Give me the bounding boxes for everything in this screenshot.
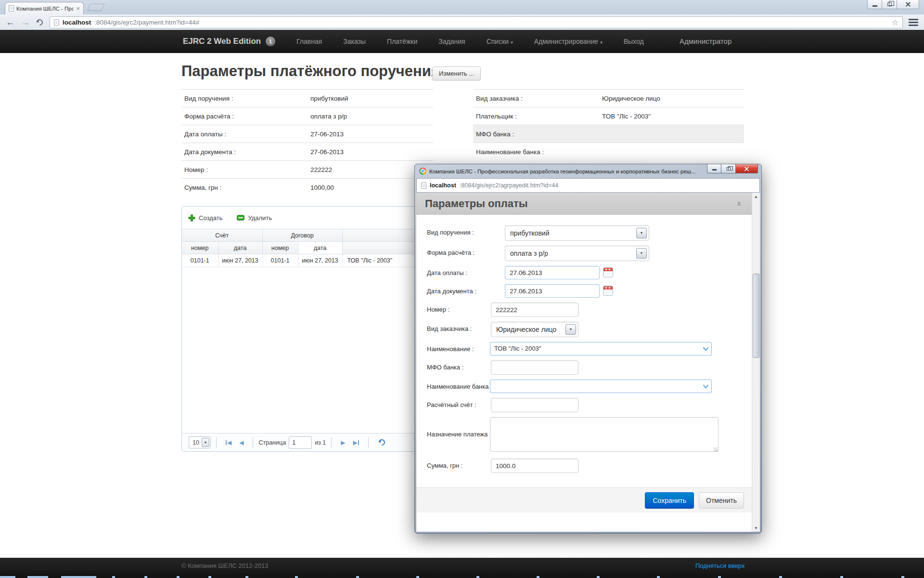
back-to-top-link[interactable]: Подняться вверх <box>695 558 744 574</box>
nomer-input[interactable] <box>491 302 578 317</box>
forward-icon[interactable]: → <box>21 18 30 26</box>
data-oplaty-input[interactable] <box>505 266 600 279</box>
field-data-oplaty: Дата оплаты : <box>427 266 752 279</box>
popup-restore-button[interactable] <box>721 164 736 173</box>
page-favicon-icon <box>9 5 14 12</box>
field-forma-rascheta: Форма расчёта : оплата з р/р ▼ <box>427 246 752 261</box>
dropdown-arrow-button[interactable]: ▼ <box>636 228 647 238</box>
popup-url-bar[interactable]: localhost :8084/gis/ejrc2/agrpayedit.htm… <box>416 178 760 193</box>
taskbar-window-edge <box>61 576 96 578</box>
nav-menu: Главная Заказы Платёжки Задания Списки▾ … <box>286 30 654 54</box>
taskbar-window-edge <box>597 576 600 578</box>
reload-icon[interactable] <box>35 18 44 26</box>
naznachenie-platezha-textarea[interactable] <box>490 417 719 452</box>
refresh-icon[interactable] <box>377 438 386 447</box>
modal-close-icon[interactable]: x <box>737 199 741 207</box>
url-path: :8084/gis/ejrc2/payment.htm?id=44# <box>94 19 888 26</box>
minimize-icon <box>712 169 717 171</box>
minus-icon <box>237 215 244 221</box>
dropdown-arrow-button[interactable]: ▼ <box>565 324 576 335</box>
column-header-data[interactable]: дата <box>218 242 262 254</box>
calendar-icon[interactable] <box>603 286 613 296</box>
restore-icon <box>727 167 731 171</box>
forma-rascheta-select[interactable]: оплата з р/р ▼ <box>505 246 649 261</box>
taskbar-window-edge <box>144 576 147 578</box>
last-page-button[interactable]: ▶ <box>353 439 359 446</box>
cancel-button[interactable]: Отменить <box>699 492 744 509</box>
scroll-up-icon[interactable]: ▲ <box>752 193 760 200</box>
taskbar-window-edge <box>177 576 180 578</box>
payment-details-left: Вид поручения :прибутковий Форма расчёта… <box>181 89 433 196</box>
brand[interactable]: EJRC 2 Web Edition <box>183 30 261 53</box>
taskbar-window-edge <box>112 576 115 578</box>
detail-row: Дата документа :27-06-2013 <box>181 143 433 160</box>
divider <box>216 437 217 448</box>
nav-item-administrirovanie[interactable]: Администрирование▾ <box>524 30 613 54</box>
column-header-nomer2[interactable]: номер <box>262 242 298 254</box>
nav-item-spiski[interactable]: Списки▾ <box>476 30 524 54</box>
nav-item-platezhki[interactable]: Платёжки <box>376 30 428 54</box>
naimenovanie-banka-combobox[interactable] <box>490 380 712 393</box>
chevron-down-icon[interactable] <box>703 346 709 352</box>
taskbar-edge <box>0 574 924 578</box>
delete-button[interactable]: Удалить <box>237 214 272 222</box>
browser-tab[interactable]: Компания ШЕЛС - Проф × <box>5 2 84 14</box>
edit-button[interactable]: Изменить ... <box>432 66 481 80</box>
dropdown-arrow-icon[interactable]: ▼ <box>202 438 209 447</box>
field-nomer: Номер : <box>427 302 752 317</box>
scrollbar-thumb[interactable] <box>753 274 759 358</box>
column-header-data2[interactable]: дата <box>298 242 342 254</box>
naimenovanie-combobox[interactable]: ТОВ "Ліс - 2003" <box>490 342 712 355</box>
nav-item-glavnaya[interactable]: Главная <box>286 30 333 54</box>
detail-row: Сумма, грн :1000,00 <box>181 178 433 196</box>
window-close-button[interactable] <box>897 0 919 9</box>
vid-porucheniya-select[interactable]: прибутковий ▼ <box>505 225 649 241</box>
nav-item-zadaniya[interactable]: Задания <box>428 30 475 54</box>
detail-row: Вид заказчика :Юридическое лицо <box>473 89 744 107</box>
window-restore-button[interactable] <box>882 0 897 9</box>
calendar-icon[interactable] <box>603 267 613 277</box>
column-header-nomer[interactable]: номер <box>182 242 218 254</box>
create-button[interactable]: Создать <box>188 214 222 222</box>
prev-page-button[interactable]: ◀ <box>239 439 244 446</box>
column-group-schet[interactable]: Счёт <box>182 229 262 242</box>
detail-row: МФО банка : <box>473 125 744 143</box>
summa-input[interactable] <box>491 459 578 473</box>
bookmark-star-icon[interactable]: ☆ <box>892 18 898 27</box>
taskbar-window-edge <box>295 576 298 578</box>
chevron-down-icon[interactable] <box>703 383 709 390</box>
vid-zakazchika-select[interactable]: Юридическое лицо ▼ <box>491 322 578 337</box>
page-number-input[interactable] <box>289 436 312 449</box>
page-title: Параметры платёжного поручения <box>181 63 440 80</box>
scroll-down-icon[interactable]: ▼ <box>752 524 760 532</box>
taskbar-window-edge <box>416 576 419 578</box>
nav-item-vykhod[interactable]: Выход <box>613 30 654 54</box>
window-minimize-button[interactable] <box>867 0 882 9</box>
tab-close-icon[interactable]: × <box>76 5 80 12</box>
page-footer: © Компания ШЕЛС 2012-2013 Подняться ввер… <box>0 558 924 574</box>
payment-form: Вид поручения : прибутковий ▼ Форма расч… <box>416 215 752 532</box>
popup-close-button[interactable] <box>736 164 758 173</box>
column-group-dogovor[interactable]: Договор <box>262 229 342 242</box>
back-icon[interactable]: ← <box>6 18 14 26</box>
dropdown-arrow-button[interactable]: ▼ <box>636 248 647 259</box>
first-page-button[interactable]: ◀ <box>226 439 231 446</box>
mfo-banka-input[interactable] <box>491 360 578 375</box>
url-bar[interactable]: localhost :8084/gis/ejrc2/payment.htm?id… <box>50 16 903 28</box>
next-page-button[interactable]: ▶ <box>341 439 345 446</box>
popup-scrollbar[interactable]: ▲ ▼ <box>752 193 760 532</box>
raschetny-schet-input[interactable] <box>491 398 578 412</box>
nav-item-zakazy[interactable]: Заказы <box>333 30 376 54</box>
save-button[interactable]: Сохранить <box>645 492 694 509</box>
plus-icon <box>188 214 195 222</box>
detail-row: Наименование банка : <box>473 143 744 160</box>
chrome-menu-icon[interactable] <box>909 19 918 26</box>
chrome-icon <box>419 168 426 175</box>
new-tab-button[interactable] <box>87 4 105 11</box>
popup-minimize-button[interactable] <box>707 164 721 173</box>
browser-toolbar: ← → localhost :8084/gis/ejrc2/payment.ht… <box>0 14 924 30</box>
modal-header: Параметры оплаты x <box>416 193 752 215</box>
page-size-select[interactable]: 10 ▼ <box>189 436 211 448</box>
data-dokumenta-input[interactable] <box>505 284 600 298</box>
detail-row: Номер :222222 <box>181 160 433 178</box>
